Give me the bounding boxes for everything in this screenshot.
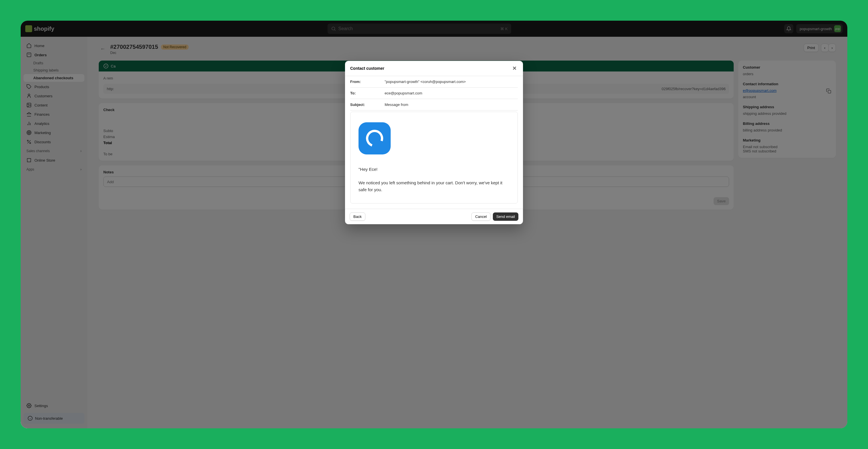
subject-label: Subject: (350, 102, 384, 107)
back-button[interactable]: Back (350, 212, 365, 221)
to-value: ece@popupsmart.com (384, 91, 422, 95)
from-value: "popupsmart-growth" <coruh@popupsmart.co… (384, 80, 466, 84)
from-row: From: "popupsmart-growth" <coruh@popupsm… (350, 76, 518, 88)
subject-value: Message from (384, 102, 408, 107)
email-preview[interactable]: "Hey Ece! We noticed you left something … (350, 112, 518, 204)
email-greeting: "Hey Ece! (359, 166, 509, 173)
email-body: We noticed you left something behind in … (359, 179, 509, 193)
modal-header: Contact customer ✕ (345, 61, 523, 76)
popupsmart-logo-icon (359, 122, 391, 154)
send-email-button[interactable]: Send email (493, 212, 518, 221)
modal-title: Contact customer (350, 66, 384, 71)
modal-overlay[interactable]: Contact customer ✕ From: "popupsmart-gro… (21, 21, 847, 428)
contact-customer-modal: Contact customer ✕ From: "popupsmart-gro… (345, 61, 523, 224)
cancel-button[interactable]: Cancel (471, 212, 490, 221)
subject-row: Subject: Message from (350, 99, 518, 111)
close-icon[interactable]: ✕ (511, 65, 518, 72)
to-row: To: ece@popupsmart.com (350, 88, 518, 99)
app-window: shopify Search ⌘ K popupsmart-growth pop… (21, 21, 847, 428)
modal-footer: Back Cancel Send email (345, 209, 523, 224)
to-label: To: (350, 91, 384, 95)
from-label: From: (350, 80, 384, 84)
